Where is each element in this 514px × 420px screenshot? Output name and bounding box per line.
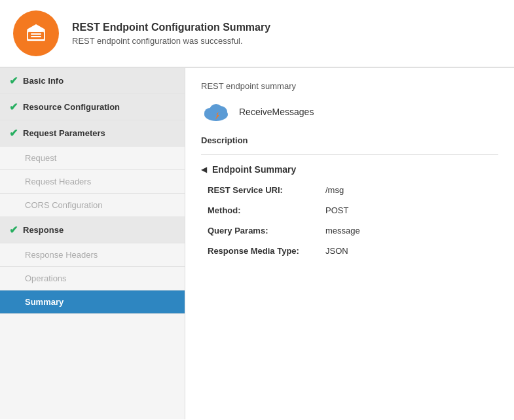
cloud-icon [201, 100, 231, 124]
sidebar-item-label: Summary [25, 297, 64, 307]
content-section-title: REST endpoint summary [201, 81, 498, 91]
detail-label: REST Service URI: [208, 185, 325, 195]
svg-point-8 [210, 104, 223, 116]
sidebar-item-resource-configuration[interactable]: ✔Resource Configuration [0, 94, 185, 120]
sidebar-item-response-headers[interactable]: Response Headers [0, 243, 185, 267]
sidebar-item-label: Operations [25, 273, 67, 283]
detail-value: message [325, 226, 360, 236]
sidebar-item-request-parameters[interactable]: ✔Request Parameters [0, 120, 185, 147]
endpoint-summary-title: Endpoint Summary [212, 164, 296, 175]
sidebar-item-label: Resource Configuration [23, 102, 120, 112]
divider [201, 154, 498, 155]
description-label: Description [201, 135, 498, 145]
main-layout: ✔Basic Info✔Resource Configuration✔Reque… [0, 68, 514, 419]
sidebar-item-response[interactable]: ✔Response [0, 217, 185, 243]
content-area: REST endpoint summary ReceiveMessages De… [185, 68, 514, 419]
check-icon: ✔ [9, 127, 18, 139]
sidebar-item-label: Request [25, 153, 56, 163]
sidebar-item-request-headers[interactable]: Request Headers [0, 170, 185, 194]
sidebar-item-label: Response [23, 225, 64, 235]
sidebar-item-operations[interactable]: Operations [0, 267, 185, 290]
sidebar-item-label: Request Parameters [23, 128, 105, 138]
table-row: Query Params:message [201, 226, 498, 236]
collapse-arrow-icon: ◀ [201, 165, 207, 174]
svg-rect-3 [31, 33, 41, 35]
detail-label: Query Params: [208, 226, 325, 236]
header-subtitle: REST endpoint configuration was successf… [72, 36, 270, 46]
detail-label: Method: [208, 205, 325, 215]
sidebar-item-label: Basic Info [23, 76, 64, 86]
header: REST Endpoint Configuration Summary REST… [0, 0, 514, 68]
table-row: Method:POST [201, 205, 498, 215]
header-icon [13, 10, 59, 56]
header-title: REST Endpoint Configuration Summary [72, 22, 270, 33]
detail-value: JSON [325, 246, 348, 256]
detail-value: /msg [325, 185, 344, 195]
header-text: REST Endpoint Configuration Summary REST… [72, 22, 270, 46]
check-icon: ✔ [9, 101, 18, 113]
svg-rect-4 [31, 36, 41, 37]
svg-rect-2 [28, 32, 44, 39]
endpoint-name: ReceiveMessages [239, 107, 314, 117]
detail-rows: REST Service URI:/msgMethod:POSTQuery Pa… [201, 185, 498, 256]
sidebar-item-cors-configuration[interactable]: CORS Configuration [0, 194, 185, 217]
check-icon: ✔ [9, 224, 18, 236]
endpoint-summary-header: ◀ Endpoint Summary [201, 164, 498, 175]
sidebar-item-basic-info[interactable]: ✔Basic Info [0, 68, 185, 94]
sidebar-item-label: CORS Configuration [25, 200, 103, 210]
check-icon: ✔ [9, 75, 18, 87]
sidebar-item-summary[interactable]: Summary [0, 290, 185, 314]
sidebar-item-label: Request Headers [25, 177, 91, 186]
detail-value: POST [325, 205, 348, 215]
sidebar-item-label: Response Headers [25, 250, 98, 260]
sidebar: ✔Basic Info✔Resource Configuration✔Reque… [0, 68, 185, 419]
sidebar-item-request[interactable]: Request [0, 147, 185, 170]
detail-label: Response Media Type: [208, 246, 325, 256]
endpoint-row: ReceiveMessages [201, 100, 498, 124]
table-row: Response Media Type:JSON [201, 246, 498, 256]
table-row: REST Service URI:/msg [201, 185, 498, 195]
